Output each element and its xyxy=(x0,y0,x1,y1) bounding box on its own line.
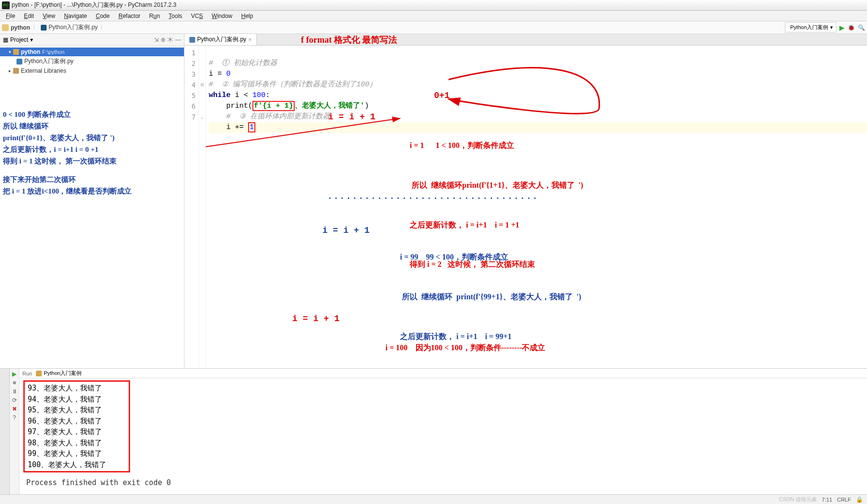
stop-icon[interactable]: ■ xyxy=(13,379,16,386)
run-panel: ▶ ■ ⏸ ⟳ ✖ ? Run Python入门案例 93、老婆大人，我错了 9… xyxy=(0,368,867,494)
project-tool-icon: ▦ xyxy=(3,36,8,43)
anno-line: 所以 继续循环 print(f'{99+1}、老婆大人，我错了 ') xyxy=(400,290,581,303)
expand-icon[interactable]: ▾ xyxy=(9,49,11,54)
code-line: # ① 初始化计数器 xyxy=(209,59,277,67)
chevron-down-icon: ▾ xyxy=(830,24,833,31)
menu-tools[interactable]: Tools xyxy=(165,12,186,20)
annotation: i = i + 1 xyxy=(322,225,369,236)
anno-line: 把 i = 1 放进i<100，继续看是否判断成立 xyxy=(3,185,181,197)
menu-code[interactable]: Code xyxy=(92,12,114,20)
tree-root[interactable]: ▾ python F:\python xyxy=(0,48,184,56)
title-bar: PC python - [F:\python] - ...\Python入门案例… xyxy=(0,0,867,11)
anno-line: 之后更新计数，i = i+1 i = 0 +1 xyxy=(3,144,181,155)
python-file-icon xyxy=(41,25,47,31)
menu-help[interactable]: Help xyxy=(237,12,257,20)
close-icon[interactable]: × xyxy=(248,36,251,43)
breadcrumb-file[interactable]: Python入门案例.py xyxy=(49,23,98,32)
annotation: i = i + 1 xyxy=(328,112,375,122)
app-icon: PC xyxy=(2,1,10,9)
code-line: # ② 编写循环条件（判断计数器是否达到了100） xyxy=(209,81,377,89)
code-line: i = 0 xyxy=(209,70,231,78)
search-icon[interactable]: 🔍 xyxy=(858,24,865,31)
python-file-icon xyxy=(17,59,22,65)
annotation: 0+1 xyxy=(434,90,450,101)
library-icon xyxy=(13,68,19,74)
folder-icon xyxy=(13,49,19,55)
locate-icon[interactable]: ⊕ xyxy=(161,36,166,43)
run-label: Run xyxy=(22,371,32,376)
breadcrumb-root[interactable]: python xyxy=(11,24,30,31)
run-tab-label[interactable]: Python入门案例 xyxy=(44,370,82,377)
project-tree: ▾ python F:\python Python入门案例.py ▸ Exter… xyxy=(0,46,184,77)
chevron-right-icon: 〉 xyxy=(31,23,40,32)
expand-icon[interactable]: ▸ xyxy=(9,68,11,73)
run-gutter xyxy=(0,369,10,494)
anno-line: print(f'{0+1}、老婆大人，我错了 ') xyxy=(3,132,181,144)
run-button[interactable]: ▶ xyxy=(839,24,845,32)
output-line: 95、老婆大人，我错了 xyxy=(28,405,126,416)
folder-icon xyxy=(2,24,9,31)
output-line: 99、老婆大人，我错了 xyxy=(28,448,126,459)
anno-line: 得到 i = 1 这时候， 第一次循环结束 xyxy=(3,155,181,167)
restart-icon[interactable]: ⟳ xyxy=(12,397,17,404)
help-icon[interactable]: ? xyxy=(13,414,16,421)
menu-file[interactable]: File xyxy=(2,12,19,20)
anno-line: i = 100 因为100 < 100，判断条件--------不成立 xyxy=(385,341,545,354)
chevron-down-icon[interactable]: ▾ xyxy=(30,36,33,43)
menu-bar: File Edit View Navigate Code Refactor Ru… xyxy=(0,11,867,21)
output-line: 93、老婆大人，我错了 xyxy=(28,383,126,394)
project-title[interactable]: Project xyxy=(10,36,28,43)
nav-bar: python 〉 Python入门案例.py 〉 Python入门案例 ▾ ▶ … xyxy=(0,21,867,34)
tree-root-path: F:\python xyxy=(42,49,65,55)
rerun-icon[interactable]: ▶ xyxy=(12,371,17,377)
collapse-icon[interactable]: ⇲ xyxy=(154,36,159,43)
debug-button[interactable]: 🐞 xyxy=(848,24,855,31)
tree-ext-libs-label: External Libraries xyxy=(21,67,66,74)
line-no: 3 xyxy=(184,69,196,80)
python-file-icon xyxy=(189,37,195,43)
code-line: while i < 100: xyxy=(209,91,270,99)
anno-line: i = 99 99 < 100，判断条件成立 xyxy=(400,250,581,263)
run-config-label: Python入门案例 xyxy=(790,24,828,31)
editor-tab-label: Python入门案例.py xyxy=(197,35,246,44)
editor-tab-bar: Python入门案例.py × f format 格式化 最简写法 xyxy=(184,34,867,46)
close-icon[interactable]: ✖ xyxy=(12,406,17,412)
output-line: 97、老婆大人，我错了 xyxy=(28,426,126,438)
project-header: ▦ Project ▾ ⇲ ⊕ 🞵 — xyxy=(0,34,184,46)
run-config-selector[interactable]: Python入门案例 ▾ xyxy=(785,22,836,33)
hide-icon[interactable]: — xyxy=(175,36,181,43)
code-line: print(f'{i + 1}、老婆大人，我错了') xyxy=(209,101,369,111)
editor-tab[interactable]: Python入门案例.py × xyxy=(184,34,257,45)
output-line: 100、老婆大人，我错了 xyxy=(28,459,126,471)
output-line: 94、老婆大人，我错了 xyxy=(28,394,126,405)
window-title: python - [F:\python] - ...\Python入门案例.py… xyxy=(12,1,176,9)
annotation-top: f format 格式化 最简写法 xyxy=(301,34,397,46)
menu-navigate[interactable]: Navigate xyxy=(60,12,91,20)
annotation-dots: .................................. xyxy=(327,191,538,202)
pause-icon[interactable]: ⏸ xyxy=(12,388,17,395)
run-tool-column: ▶ ■ ⏸ ⟳ ✖ ? xyxy=(10,369,19,494)
menu-vcs[interactable]: VCS xyxy=(187,12,207,20)
menu-window[interactable]: Window xyxy=(208,12,236,20)
line-no: 7 xyxy=(184,112,196,122)
python-file-icon xyxy=(36,371,42,376)
output-line: 98、老婆大人，我错了 xyxy=(28,438,126,449)
nav-right: Python入门案例 ▾ ▶ 🐞 🔍 xyxy=(785,22,865,33)
tree-root-label: python xyxy=(21,49,40,55)
line-no: 1 xyxy=(184,48,196,58)
output-line: 96、老婆大人，我错了 xyxy=(28,416,126,427)
menu-edit[interactable]: Edit xyxy=(20,12,38,20)
run-tab-bar: Run Python入门案例 xyxy=(19,369,867,378)
left-annotation: 0 < 100 判断条件成立 所以 继续循环 print(f'{0+1}、老婆大… xyxy=(3,109,181,197)
exit-code-line: Process finished with exit code 0 xyxy=(19,474,867,487)
menu-run[interactable]: Run xyxy=(145,12,164,20)
anno-line: i = 1 1 < 100，判断条件成立 xyxy=(410,139,583,152)
settings-icon[interactable]: 🞵 xyxy=(167,36,173,43)
tree-ext-libs[interactable]: ▸ External Libraries xyxy=(0,66,184,75)
tree-file[interactable]: Python入门案例.py xyxy=(0,56,184,66)
menu-view[interactable]: View xyxy=(39,12,59,20)
anno-line: 0 < 100 判断条件成立 xyxy=(3,109,181,120)
anno-line: 接下来开始第二次循环 xyxy=(3,174,181,185)
menu-refactor[interactable]: Refactor xyxy=(115,12,144,20)
annotation: i = i + 1 xyxy=(292,313,339,324)
